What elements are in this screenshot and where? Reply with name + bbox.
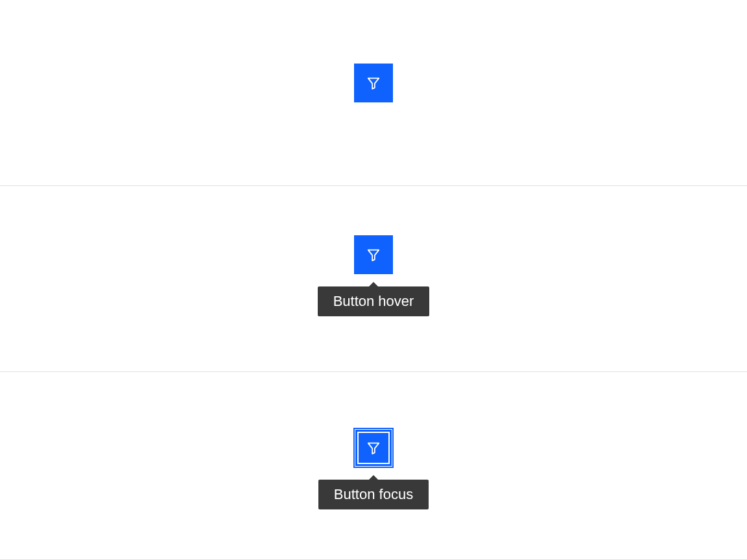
tooltip-text: Button hover bbox=[318, 286, 430, 316]
button-focus-section: Button focus bbox=[0, 372, 747, 560]
filter-button-default[interactable] bbox=[354, 64, 393, 102]
button-default-section bbox=[0, 0, 747, 186]
filter-button-focus[interactable] bbox=[354, 428, 393, 467]
filter-button-hover[interactable] bbox=[354, 235, 393, 274]
tooltip-hover: Button hover bbox=[318, 282, 430, 316]
tooltip-focus: Button focus bbox=[318, 475, 429, 509]
filter-icon bbox=[366, 248, 381, 262]
tooltip-text: Button focus bbox=[318, 480, 429, 509]
filter-icon bbox=[366, 441, 381, 455]
filter-icon bbox=[366, 76, 381, 90]
button-hover-container: Button hover bbox=[318, 235, 430, 316]
button-hover-section: Button hover bbox=[0, 186, 747, 372]
button-default-container bbox=[354, 64, 393, 102]
button-focus-container: Button focus bbox=[318, 428, 429, 509]
